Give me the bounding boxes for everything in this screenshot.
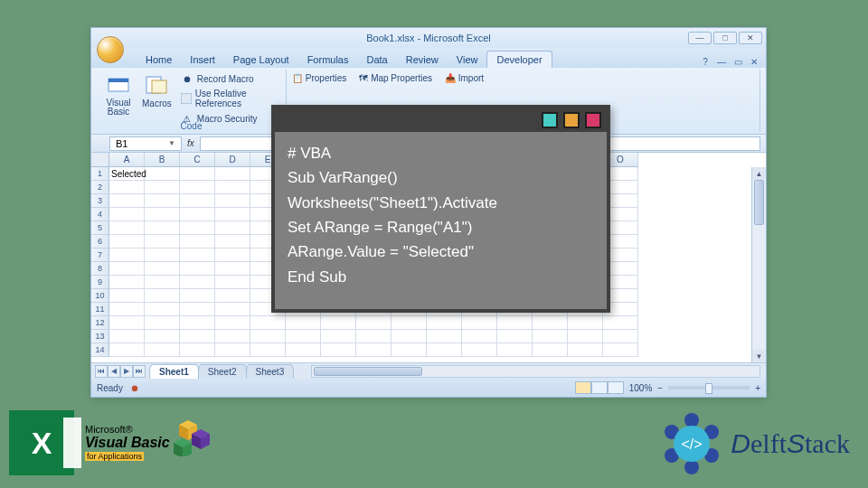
cell-I13[interactable] xyxy=(392,330,427,343)
cell-D10[interactable] xyxy=(215,289,250,303)
cell-H13[interactable] xyxy=(356,330,392,343)
horizontal-scrollbar[interactable] xyxy=(311,365,760,378)
name-box[interactable]: B1 ▼ xyxy=(109,136,182,151)
cell-F14[interactable] xyxy=(286,343,321,357)
cell-C14[interactable] xyxy=(180,343,215,357)
tab-nav-last[interactable]: ⏭ xyxy=(133,365,146,378)
column-header-B[interactable]: B xyxy=(145,153,180,167)
cell-N12[interactable] xyxy=(568,316,603,330)
help-icon[interactable]: ? xyxy=(699,55,712,68)
tab-nav-first[interactable]: ⏮ xyxy=(95,365,108,378)
sheet-tab-sheet3[interactable]: Sheet3 xyxy=(246,364,295,379)
cell-A12[interactable] xyxy=(109,316,145,330)
cell-A2[interactable] xyxy=(109,181,145,194)
cell-A5[interactable] xyxy=(109,221,145,235)
cell-B7[interactable] xyxy=(145,249,180,262)
row-header-4[interactable]: 4 xyxy=(91,208,109,221)
cell-A10[interactable] xyxy=(109,289,145,303)
row-header-6[interactable]: 6 xyxy=(91,235,109,249)
cell-I12[interactable] xyxy=(392,316,427,330)
cell-C7[interactable] xyxy=(180,249,215,262)
visual-basic-button[interactable]: Visual Basic xyxy=(102,71,135,126)
doc-minimize-button[interactable]: — xyxy=(715,55,728,68)
tab-data[interactable]: Data xyxy=(357,52,396,68)
tab-nav-next[interactable]: ▶ xyxy=(120,365,133,378)
cell-L14[interactable] xyxy=(497,343,533,357)
cell-L13[interactable] xyxy=(497,330,533,343)
cell-B11[interactable] xyxy=(145,303,180,316)
cell-E12[interactable] xyxy=(250,316,286,330)
doc-restore-button[interactable]: ▭ xyxy=(731,55,744,68)
view-normal-button[interactable] xyxy=(575,381,591,394)
cell-B6[interactable] xyxy=(145,235,180,249)
row-header-9[interactable]: 9 xyxy=(91,276,109,289)
cell-A14[interactable] xyxy=(109,343,145,357)
maximize-button[interactable]: □ xyxy=(713,32,737,44)
cell-A13[interactable] xyxy=(109,330,145,343)
cell-J12[interactable] xyxy=(427,316,462,330)
cell-B12[interactable] xyxy=(145,316,180,330)
zoom-slider[interactable] xyxy=(668,386,750,389)
cell-D1[interactable] xyxy=(215,167,250,181)
cell-C5[interactable] xyxy=(180,221,215,235)
cell-M12[interactable] xyxy=(533,316,568,330)
cell-M13[interactable] xyxy=(533,330,568,343)
sheet-tab-sheet1[interactable]: Sheet1 xyxy=(149,364,199,379)
tab-page-layout[interactable]: Page Layout xyxy=(224,52,298,68)
record-macro-button[interactable]: ⏺Record Macro xyxy=(179,71,280,86)
sheet-tab-sheet2[interactable]: Sheet2 xyxy=(198,364,247,379)
macros-button[interactable]: Macros xyxy=(138,71,175,126)
cell-G13[interactable] xyxy=(321,330,356,343)
cell-F13[interactable] xyxy=(286,330,321,343)
cell-A1[interactable]: Selected xyxy=(109,167,145,181)
cell-G12[interactable] xyxy=(321,316,356,330)
cell-D5[interactable] xyxy=(215,221,250,235)
cell-B9[interactable] xyxy=(145,276,180,289)
fx-icon[interactable]: fx xyxy=(187,138,194,148)
cell-J14[interactable] xyxy=(427,343,462,357)
cell-D6[interactable] xyxy=(215,235,250,249)
cell-B5[interactable] xyxy=(145,221,180,235)
column-header-C[interactable]: C xyxy=(180,153,215,167)
vertical-scrollbar[interactable]: ▲ ▼ xyxy=(751,167,766,362)
tab-nav-prev[interactable]: ◀ xyxy=(108,365,120,378)
row-header-7[interactable]: 7 xyxy=(91,249,109,262)
cell-B8[interactable] xyxy=(145,262,180,276)
cell-O12[interactable] xyxy=(603,316,638,330)
cell-K12[interactable] xyxy=(462,316,497,330)
cell-C12[interactable] xyxy=(180,316,215,330)
scroll-up-icon[interactable]: ▲ xyxy=(752,167,766,180)
cell-C4[interactable] xyxy=(180,208,215,221)
cell-G14[interactable] xyxy=(321,343,356,357)
cell-A3[interactable] xyxy=(109,194,145,208)
close-button[interactable]: ✕ xyxy=(739,32,762,44)
cell-B13[interactable] xyxy=(145,330,180,343)
cell-B4[interactable] xyxy=(145,208,180,221)
cell-C11[interactable] xyxy=(180,303,215,316)
row-header-8[interactable]: 8 xyxy=(91,262,109,276)
zoom-level[interactable]: 100% xyxy=(629,383,653,393)
cell-C10[interactable] xyxy=(180,289,215,303)
column-header-D[interactable]: D xyxy=(215,153,250,167)
record-indicator-icon[interactable]: ⏺ xyxy=(130,383,139,393)
zoom-out-button[interactable]: − xyxy=(657,383,663,393)
row-header-12[interactable]: 12 xyxy=(91,316,109,330)
cell-D8[interactable] xyxy=(215,262,250,276)
cell-E14[interactable] xyxy=(250,343,286,357)
cell-D14[interactable] xyxy=(215,343,250,357)
cell-D12[interactable] xyxy=(215,316,250,330)
cell-D9[interactable] xyxy=(215,276,250,289)
row-header-5[interactable]: 5 xyxy=(91,221,109,235)
cell-L12[interactable] xyxy=(497,316,533,330)
cell-A4[interactable] xyxy=(109,208,145,221)
row-header-2[interactable]: 2 xyxy=(91,181,109,194)
map-properties-button[interactable]: 🗺 Map Properties xyxy=(359,73,432,83)
cell-C13[interactable] xyxy=(180,330,215,343)
zoom-in-button[interactable]: + xyxy=(755,383,760,393)
cell-D13[interactable] xyxy=(215,330,250,343)
cell-C8[interactable] xyxy=(180,262,215,276)
cell-H14[interactable] xyxy=(356,343,392,357)
row-header-3[interactable]: 3 xyxy=(91,194,109,208)
cell-I14[interactable] xyxy=(392,343,427,357)
cell-D4[interactable] xyxy=(215,208,250,221)
